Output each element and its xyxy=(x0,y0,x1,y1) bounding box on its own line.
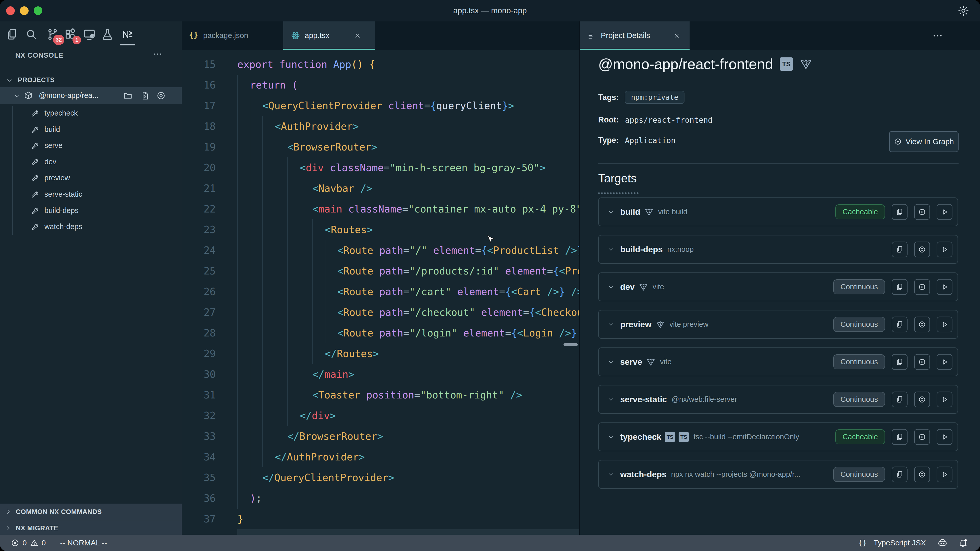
build-deps-graph-button[interactable] xyxy=(914,241,930,257)
code-line-19: 19<BrowserRouter> xyxy=(182,137,579,157)
typecheck-run-button[interactable] xyxy=(937,429,953,445)
chevron-down-icon xyxy=(6,76,13,84)
target-name: serve xyxy=(620,357,642,367)
target-command: vite xyxy=(652,283,664,291)
typescript-badge: TS xyxy=(780,57,793,71)
chevron-down-icon[interactable] xyxy=(608,396,614,403)
source-control-badge: 32 xyxy=(53,35,64,45)
sidebar-target-watch-deps[interactable]: watch-deps xyxy=(0,219,182,235)
close-icon[interactable] xyxy=(354,32,361,40)
sidebar-target-serve-static[interactable]: serve-static xyxy=(0,186,182,203)
build-copy-button[interactable] xyxy=(892,204,907,220)
problems-indicator[interactable]: 0 0 xyxy=(11,538,46,547)
dev-copy-button[interactable] xyxy=(892,279,907,295)
dev-graph-button[interactable] xyxy=(914,279,930,295)
serve-static-graph-button[interactable] xyxy=(914,392,930,407)
chevron-down-icon[interactable] xyxy=(608,321,614,328)
code-line-15: 15export function App() { xyxy=(182,54,579,75)
sidebar-target-build-deps[interactable]: build-deps xyxy=(0,203,182,219)
sidebar-target-dev[interactable]: dev xyxy=(0,154,182,170)
sidebar-target-typecheck[interactable]: typecheck xyxy=(0,105,182,121)
wrench-icon xyxy=(30,222,39,231)
settings-gear-icon[interactable] xyxy=(958,5,969,17)
targets-heading-underline xyxy=(598,191,638,194)
typecheck-graph-button[interactable] xyxy=(914,429,930,445)
remote-explorer-icon[interactable] xyxy=(83,27,96,41)
build-deps-copy-button[interactable] xyxy=(892,241,907,257)
chevron-down-icon[interactable] xyxy=(608,208,614,216)
code-line-25: 25<Route path="/products/:id" element={<… xyxy=(182,261,579,281)
editor-scrollbar-thumb[interactable] xyxy=(563,343,578,346)
code-line-37: 37} xyxy=(182,509,579,529)
target-label: serve-static xyxy=(45,190,82,198)
sidebar-project-row[interactable]: @mono-app/rea... xyxy=(0,87,182,104)
dev-run-button[interactable] xyxy=(937,279,953,295)
sidebar-target-build[interactable]: build xyxy=(0,121,182,138)
window-title: app.tsx — mono-app xyxy=(0,0,980,21)
sidebar-target-preview[interactable]: preview xyxy=(0,170,182,186)
code-line-23: 23<Routes> xyxy=(182,219,579,240)
react-icon xyxy=(291,31,300,40)
tab-app.tsx[interactable]: app.tsx xyxy=(283,21,375,50)
nx-console-icon[interactable] xyxy=(121,27,135,41)
watch-deps-run-button[interactable] xyxy=(937,467,953,483)
target-card-serve: serveviteContinuous xyxy=(598,348,958,376)
serve-run-button[interactable] xyxy=(937,354,953,370)
testing-icon[interactable] xyxy=(100,27,115,41)
target-label: serve xyxy=(45,141,62,150)
chevron-down-icon[interactable] xyxy=(608,359,614,365)
build-run-button[interactable] xyxy=(937,204,953,220)
watch-deps-copy-button[interactable] xyxy=(892,467,907,483)
targets-heading: Targets xyxy=(598,171,637,185)
target-name: watch-deps xyxy=(620,470,667,479)
wrench-icon xyxy=(30,125,39,134)
sidebar-more-actions-icon[interactable] xyxy=(153,49,163,59)
preview-run-button[interactable] xyxy=(937,317,953,332)
panel-tab-label: Project Details xyxy=(601,31,650,40)
vim-mode-indicator: -- NORMAL -- xyxy=(60,538,107,547)
vite-icon xyxy=(655,320,665,329)
divider xyxy=(598,163,959,164)
error-count: 0 xyxy=(22,538,27,547)
chevron-down-icon[interactable] xyxy=(608,246,614,253)
build-deps-run-button[interactable] xyxy=(937,241,953,257)
type-label: Type: xyxy=(598,136,619,145)
tab-package.json[interactable]: {}package.json xyxy=(182,21,284,50)
search-icon[interactable] xyxy=(24,27,38,41)
open-folder-icon[interactable] xyxy=(123,91,133,100)
tab-project-details[interactable]: Project Details xyxy=(580,21,690,50)
explorer-icon[interactable] xyxy=(5,27,19,41)
preview-graph-button[interactable] xyxy=(914,317,930,332)
serve-static-run-button[interactable] xyxy=(937,392,953,407)
notifications-bell-icon[interactable] xyxy=(958,538,968,548)
watch-deps-graph-button[interactable] xyxy=(914,467,930,483)
chevron-down-icon[interactable] xyxy=(608,433,614,441)
chevron-down-icon[interactable] xyxy=(608,283,614,291)
title-bar: app.tsx — mono-app xyxy=(0,0,980,21)
code-line-21: 21<Navbar /> xyxy=(182,178,579,199)
serve-static-copy-button[interactable] xyxy=(892,392,907,407)
copy-icon xyxy=(896,245,904,254)
show-in-graph-icon[interactable] xyxy=(156,91,166,100)
sidebar-target-serve[interactable]: serve xyxy=(0,138,182,154)
view-in-graph-button[interactable]: View In Graph xyxy=(889,131,959,152)
nx-migrate-section[interactable]: NX MIGRATE xyxy=(0,520,182,536)
build-graph-button[interactable] xyxy=(914,204,930,220)
open-config-file-icon[interactable] xyxy=(140,91,150,100)
chevron-down-icon[interactable] xyxy=(608,471,614,478)
serve-graph-button[interactable] xyxy=(914,354,930,370)
code-editor[interactable]: 15export function App() {16return (17<Qu… xyxy=(182,50,579,535)
projects-section-header[interactable]: PROJECTS xyxy=(0,74,182,86)
code-line-22: 22<main className="container mx-auto px-… xyxy=(182,199,579,219)
copilot-icon[interactable] xyxy=(937,537,948,548)
target-label: watch-deps xyxy=(45,222,82,231)
serve-copy-button[interactable] xyxy=(892,354,907,370)
language-indicator[interactable]: {} TypeScript JSX xyxy=(858,538,926,547)
typecheck-copy-button[interactable] xyxy=(892,429,907,445)
common-nx-commands-section[interactable]: COMMON NX COMMANDS xyxy=(0,504,182,519)
project-details-panel: @mono-app/react-frontend TS Tags: npm:pr… xyxy=(580,50,980,535)
panel-more-actions-icon[interactable] xyxy=(932,30,943,41)
preview-copy-button[interactable] xyxy=(892,317,907,332)
eye-icon xyxy=(894,138,902,146)
close-icon[interactable] xyxy=(673,32,680,39)
